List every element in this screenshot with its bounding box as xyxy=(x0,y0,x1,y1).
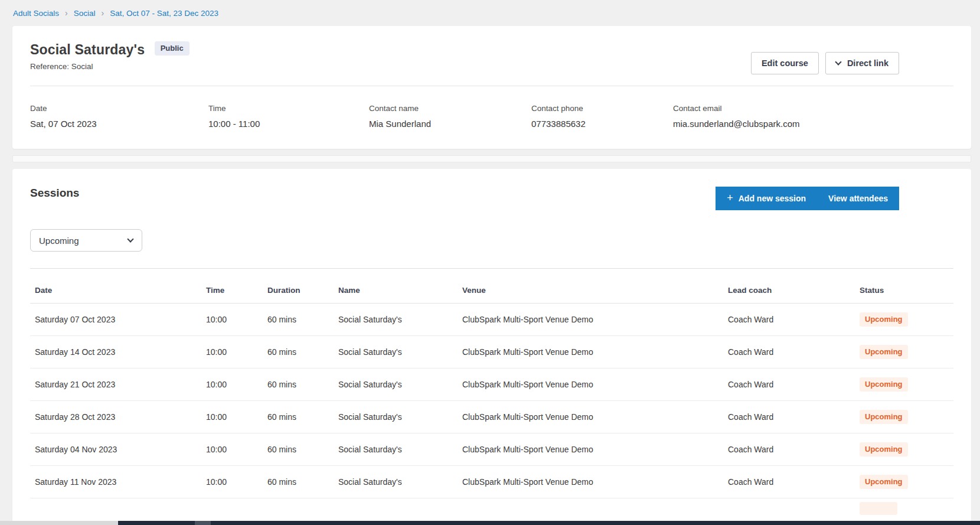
column-header-name: Name xyxy=(334,269,458,304)
cell-name: Social Saturday's xyxy=(334,401,458,433)
cell-duration: 60 mins xyxy=(263,433,334,466)
view-attendees-button[interactable]: View attendees xyxy=(817,187,899,210)
cell-lead-coach: Coach Ward xyxy=(723,401,855,433)
column-header-time: Time xyxy=(201,269,263,304)
cell-time: 10:00 xyxy=(201,401,263,433)
status-badge: Upcoming xyxy=(860,475,908,489)
breadcrumb-current: Sat, Oct 07 - Sat, 23 Dec 2023 xyxy=(110,9,218,18)
cell-date: Saturday 07 Oct 2023 xyxy=(30,304,201,336)
status-badge: Upcoming xyxy=(860,345,908,359)
sessions-card: Sessions + Add new session View attendee… xyxy=(12,169,971,525)
course-header-card: Social Saturday's Public Reference: Soci… xyxy=(12,26,971,149)
edit-course-button[interactable]: Edit course xyxy=(751,52,819,74)
breadcrumb-link-adult-socials[interactable]: Adult Socials xyxy=(13,9,59,18)
detail-date: Date Sat, 07 Oct 2023 xyxy=(30,104,208,129)
cell-date: Saturday 28 Oct 2023 xyxy=(30,401,201,433)
chevron-down-icon xyxy=(127,236,133,242)
cell-time: 10:00 xyxy=(201,433,263,466)
section-divider-strip xyxy=(12,155,971,162)
cell-venue: ClubSpark Multi-Sport Venue Demo xyxy=(458,304,723,336)
cell-date: Saturday 21 Oct 2023 xyxy=(30,369,201,401)
detail-value: Mia Sunderland xyxy=(369,119,531,129)
detail-label: Contact name xyxy=(369,104,531,113)
cell-name: Social Saturday's xyxy=(334,304,458,336)
add-new-session-button[interactable]: + Add new session xyxy=(716,187,817,210)
direct-link-label: Direct link xyxy=(847,58,888,68)
detail-label: Contact phone xyxy=(531,104,673,113)
status-badge: Upcoming xyxy=(860,410,908,424)
sessions-table: Date Time Duration Name Venue Lead coach… xyxy=(30,268,953,517)
course-details: Date Sat, 07 Oct 2023 Time 10:00 - 11:00… xyxy=(30,104,953,129)
header-divider xyxy=(30,86,953,86)
cell-date: Saturday 04 Nov 2023 xyxy=(30,433,201,466)
cell-duration: 60 mins xyxy=(263,304,334,336)
cell-venue: ClubSpark Multi-Sport Venue Demo xyxy=(458,369,723,401)
course-actions: Edit course Direct link xyxy=(751,52,899,74)
detail-value: 07733885632 xyxy=(531,119,673,129)
detail-value: mia.sunderland@clubspark.com xyxy=(673,119,800,129)
session-filter-select[interactable]: Upcoming xyxy=(30,229,142,252)
cell-duration: 60 mins xyxy=(263,466,334,498)
status-badge: Upcoming xyxy=(860,377,908,392)
cell-date: Saturday 11 Nov 2023 xyxy=(30,466,201,498)
column-header-lead-coach: Lead coach xyxy=(723,269,855,304)
status-badge-partial xyxy=(860,502,897,515)
chevron-down-icon xyxy=(835,58,841,65)
sessions-actions: + Add new session View attendees xyxy=(716,187,899,210)
visibility-badge: Public xyxy=(155,41,190,56)
breadcrumb-separator-icon: › xyxy=(102,8,104,18)
table-header-row: Date Time Duration Name Venue Lead coach… xyxy=(30,269,953,304)
cell-status: Upcoming xyxy=(855,304,953,336)
cell-status: Upcoming xyxy=(855,369,953,401)
bottom-scrollbar[interactable] xyxy=(0,521,980,525)
column-header-venue: Venue xyxy=(458,269,723,304)
detail-label: Time xyxy=(208,104,369,113)
cell-lead-coach: Coach Ward xyxy=(723,304,855,336)
detail-contact-phone: Contact phone 07733885632 xyxy=(531,104,673,129)
cell-time: 10:00 xyxy=(201,336,263,369)
cell-venue: ClubSpark Multi-Sport Venue Demo xyxy=(458,336,723,369)
page-title: Social Saturday's xyxy=(30,42,145,58)
cell-venue: ClubSpark Multi-Sport Venue Demo xyxy=(458,466,723,498)
cell-duration: 60 mins xyxy=(263,401,334,433)
status-badge: Upcoming xyxy=(860,442,908,456)
table-row-partial xyxy=(30,498,953,517)
table-row[interactable]: Saturday 21 Oct 2023 10:00 60 mins Socia… xyxy=(30,369,953,401)
cell-name: Social Saturday's xyxy=(334,466,458,498)
add-new-session-label: Add new session xyxy=(739,194,806,203)
cell-lead-coach: Coach Ward xyxy=(723,336,855,369)
table-row[interactable]: Saturday 07 Oct 2023 10:00 60 mins Socia… xyxy=(30,304,953,336)
breadcrumb-separator-icon: › xyxy=(65,8,68,18)
detail-label: Date xyxy=(30,104,208,113)
table-row[interactable]: Saturday 04 Nov 2023 10:00 60 mins Socia… xyxy=(30,433,953,466)
cell-time: 10:00 xyxy=(201,304,263,336)
table-row[interactable]: Saturday 11 Nov 2023 10:00 60 mins Socia… xyxy=(30,466,953,498)
status-badge: Upcoming xyxy=(860,312,908,327)
plus-icon: + xyxy=(727,192,733,204)
breadcrumb-link-social[interactable]: Social xyxy=(74,9,96,18)
detail-contact-name: Contact name Mia Sunderland xyxy=(369,104,531,129)
detail-value: Sat, 07 Oct 2023 xyxy=(30,119,208,129)
detail-value: 10:00 - 11:00 xyxy=(208,119,369,129)
cell-lead-coach: Coach Ward xyxy=(723,466,855,498)
cell-time: 10:00 xyxy=(201,466,263,498)
cell-lead-coach: Coach Ward xyxy=(723,433,855,466)
cell-lead-coach: Coach Ward xyxy=(723,369,855,401)
cell-venue: ClubSpark Multi-Sport Venue Demo xyxy=(458,401,723,433)
detail-time: Time 10:00 - 11:00 xyxy=(208,104,369,129)
detail-contact-email: Contact email mia.sunderland@clubspark.c… xyxy=(673,104,800,129)
table-row[interactable]: Saturday 28 Oct 2023 10:00 60 mins Socia… xyxy=(30,401,953,433)
cell-status: Upcoming xyxy=(855,466,953,498)
detail-label: Contact email xyxy=(673,104,800,113)
column-header-duration: Duration xyxy=(263,269,334,304)
column-header-date: Date xyxy=(30,269,201,304)
cell-date: Saturday 14 Oct 2023 xyxy=(30,336,201,369)
direct-link-button[interactable]: Direct link xyxy=(825,52,899,74)
cell-time: 10:00 xyxy=(201,369,263,401)
cell-status: Upcoming xyxy=(855,401,953,433)
cell-name: Social Saturday's xyxy=(334,336,458,369)
bottom-scrollbar-thumb[interactable] xyxy=(195,521,211,525)
breadcrumb: Adult Socials › Social › Sat, Oct 07 - S… xyxy=(0,0,980,18)
cell-name: Social Saturday's xyxy=(334,369,458,401)
table-row[interactable]: Saturday 14 Oct 2023 10:00 60 mins Socia… xyxy=(30,336,953,369)
